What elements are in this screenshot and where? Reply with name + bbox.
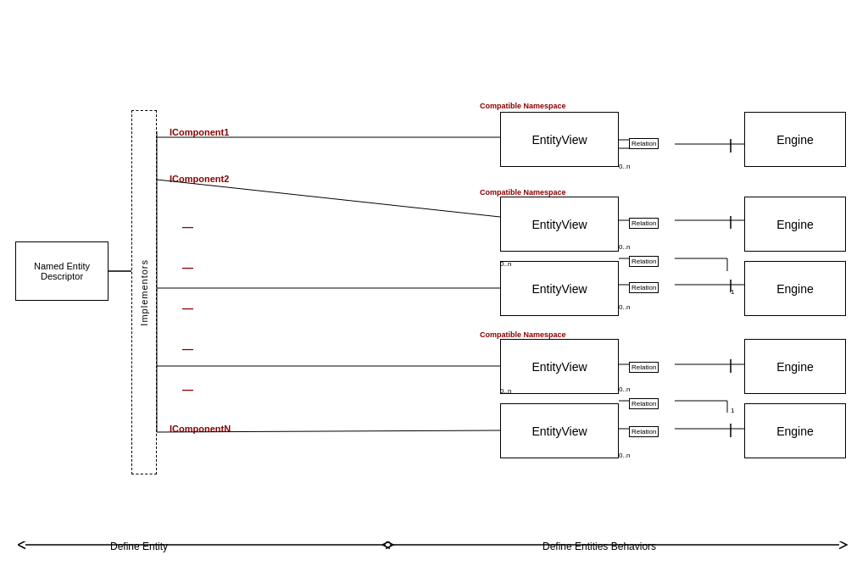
engine-5: Engine (744, 403, 846, 458)
annot-6: 0..n (500, 387, 511, 395)
relation-6: Relation (629, 398, 659, 409)
entity-view-1: EntityView (500, 112, 619, 167)
svg-line-3 (157, 180, 500, 217)
annot-5: 0..n (619, 386, 630, 393)
entity-view-3: EntityView (500, 261, 619, 316)
compat-label-3: Compatible Namespace (480, 330, 566, 339)
engine-1: Engine (744, 112, 846, 167)
diagram-svg (0, 0, 868, 588)
define-entity-label: Define Entity (110, 541, 168, 552)
relation-1: Relation (629, 138, 659, 149)
compat-label-2: Compatible Namespace (480, 188, 566, 197)
icomponent-n-label: IComponentN (170, 424, 231, 434)
annot-4: 0..n (619, 303, 630, 311)
annot-2: 0..n (619, 243, 630, 251)
annot-1: 0..n (619, 163, 630, 170)
relation-5: Relation (629, 362, 659, 373)
dash-3: — (182, 220, 193, 233)
define-entities-behaviors-label: Define Entities Behaviors (542, 541, 656, 552)
relation-4: Relation (629, 282, 659, 293)
entity-view-2: EntityView (500, 197, 619, 252)
dash-7: — (182, 383, 193, 396)
entity-view-5: EntityView (500, 403, 619, 458)
icomponent-1-label: IComponent1 (170, 127, 229, 137)
compat-label-1: Compatible Namespace (480, 102, 566, 110)
dash-4: — (182, 261, 193, 274)
dash-5: — (182, 302, 193, 314)
engine-4: Engine (744, 339, 846, 394)
relation-2: Relation (629, 218, 659, 229)
icomponent-2-label: IComponent2 (170, 174, 229, 184)
engine-2: Engine (744, 197, 846, 252)
annot-3: 0..n (500, 260, 511, 268)
diagram-area: Named Entity Descriptor Implementors ICo… (0, 0, 868, 588)
relation-3: Relation (629, 256, 659, 267)
named-entity-box: Named Entity Descriptor (15, 241, 108, 301)
engine-3: Engine (744, 261, 846, 316)
annot-8: 1 (731, 288, 734, 296)
relation-7: Relation (629, 426, 659, 437)
entity-view-4: EntityView (500, 339, 619, 394)
annot-9: 1 (731, 407, 734, 414)
implementors-label: Implementors (139, 259, 149, 326)
named-entity-label: Named Entity Descriptor (16, 261, 108, 281)
annot-7: 0..n (619, 452, 630, 459)
dash-6: — (182, 342, 193, 355)
implementors-box: Implementors (131, 110, 157, 474)
